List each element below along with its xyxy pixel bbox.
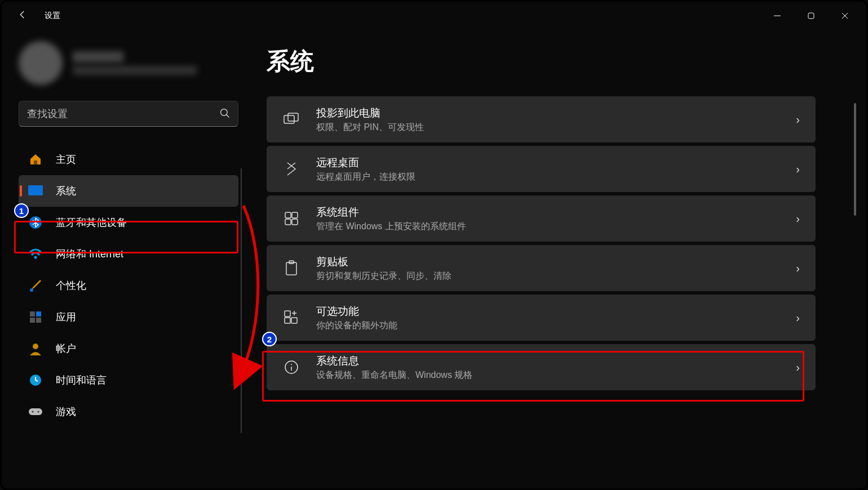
svg-point-19 (32, 411, 34, 413)
card-sub: 设备规格、重命名电脑、Windows 规格 (316, 369, 472, 381)
card-clipboard[interactable]: 剪贴板 剪切和复制历史记录、同步、清除 › (267, 245, 816, 291)
sidebar-item-network[interactable]: 网络和 Internet (19, 238, 238, 270)
svg-point-11 (30, 288, 33, 292)
sidebar-item-accounts[interactable]: 帐户 (19, 333, 238, 364)
chevron-right-icon: › (796, 212, 800, 225)
sidebar-item-apps[interactable]: 应用 (19, 301, 238, 333)
card-title: 投影到此电脑 (316, 106, 424, 121)
chevron-right-icon: › (796, 113, 800, 126)
sidebar-item-label: 蓝牙和其他设备 (56, 216, 127, 229)
wifi-icon (28, 246, 43, 262)
svg-rect-14 (30, 318, 35, 323)
card-title: 远程桌面 (316, 155, 415, 170)
svg-rect-1 (808, 13, 814, 19)
sidebar-item-time-language[interactable]: 时间和语言 (19, 364, 238, 396)
user-block[interactable] (19, 41, 244, 85)
sidebar-item-gaming[interactable]: 游戏 (19, 396, 238, 427)
card-sub: 权限、配对 PIN、可发现性 (316, 122, 424, 133)
gamepad-icon (28, 404, 43, 420)
svg-rect-6 (34, 161, 37, 164)
svg-rect-18 (29, 408, 42, 415)
close-button[interactable] (828, 5, 862, 27)
svg-rect-8 (33, 195, 38, 197)
apps-icon (28, 309, 43, 325)
svg-point-16 (33, 344, 38, 349)
chevron-right-icon: › (796, 311, 800, 324)
chevron-right-icon: › (796, 262, 800, 275)
main-scrollbar[interactable] (854, 103, 856, 216)
sidebar-item-label: 时间和语言 (56, 373, 107, 387)
card-title: 可选功能 (316, 304, 397, 319)
svg-rect-27 (286, 262, 296, 275)
sidebar-item-label: 个性化 (56, 279, 86, 292)
info-icon (282, 360, 300, 375)
brush-icon (28, 278, 43, 293)
chevron-right-icon: › (796, 361, 800, 374)
card-title: 系统信息 (316, 354, 472, 368)
card-title: 系统组件 (316, 205, 466, 220)
minimize-button[interactable] (760, 5, 794, 27)
sidebar-item-bluetooth[interactable]: 蓝牙和其他设备 (19, 207, 238, 238)
sidebar-item-label: 游戏 (56, 405, 76, 418)
svg-rect-21 (284, 115, 294, 123)
svg-rect-15 (36, 318, 41, 323)
home-icon (28, 152, 43, 167)
system-icon (28, 183, 43, 199)
card-sub: 你的设备的额外功能 (316, 320, 397, 332)
svg-rect-22 (288, 113, 298, 121)
window-controls (760, 5, 862, 27)
svg-point-10 (34, 256, 37, 259)
person-icon (28, 341, 43, 357)
svg-rect-26 (292, 219, 298, 225)
svg-rect-13 (36, 311, 41, 317)
card-remote-desktop[interactable]: 远程桌面 远程桌面用户，连接权限 › (267, 146, 816, 192)
components-icon (282, 211, 300, 226)
card-title: 剪贴板 (316, 255, 451, 269)
main: 系统 投影到此电脑 权限、配对 PIN、可发现性 › 远程桌面 远程桌面用户， (244, 30, 866, 488)
card-about[interactable]: 系统信息 设备规格、重命名电脑、Windows 规格 › (267, 344, 816, 390)
svg-line-5 (227, 115, 229, 118)
back-button[interactable] (17, 10, 28, 23)
svg-rect-30 (291, 318, 297, 323)
app-title: 设置 (45, 11, 60, 21)
sidebar-scrollbar[interactable] (241, 168, 242, 433)
sidebar-item-label: 应用 (56, 310, 76, 324)
bluetooth-icon (28, 215, 43, 230)
optional-features-icon (282, 310, 300, 326)
avatar (19, 41, 63, 85)
sidebar-item-personalization[interactable]: 个性化 (19, 270, 238, 301)
maximize-button[interactable] (794, 5, 828, 27)
project-icon (282, 113, 300, 126)
sidebar-item-label: 主页 (56, 153, 76, 166)
svg-rect-23 (285, 212, 291, 218)
user-text (73, 51, 197, 75)
active-indicator (20, 185, 22, 197)
remote-icon (282, 162, 300, 176)
svg-rect-31 (285, 311, 290, 317)
sidebar-item-system[interactable]: 系统 (19, 175, 238, 207)
search-icon (219, 108, 231, 121)
card-sub: 远程桌面用户，连接权限 (316, 171, 415, 183)
card-optional-features[interactable]: 可选功能 你的设备的额外功能 › (267, 295, 816, 341)
card-project-to-pc[interactable]: 投影到此电脑 权限、配对 PIN、可发现性 › (267, 96, 816, 142)
svg-rect-29 (285, 318, 290, 323)
sidebar-item-label: 网络和 Internet (56, 247, 123, 261)
page-title: 系统 (267, 46, 816, 77)
card-system-components[interactable]: 系统组件 管理在 Windows 上预安装的系统组件 › (267, 195, 816, 242)
sidebar-item-label: 系统 (56, 184, 76, 198)
sidebar-item-home[interactable]: 主页 (19, 144, 238, 175)
card-sub: 剪切和复制历史记录、同步、清除 (316, 270, 451, 282)
titlebar: 设置 (2, 2, 866, 30)
chevron-right-icon: › (796, 163, 800, 176)
svg-rect-24 (292, 212, 298, 218)
clock-icon (28, 372, 43, 388)
svg-point-20 (38, 411, 39, 413)
nav: 主页 系统 蓝牙和其他设备 网络和 Internet (19, 144, 244, 427)
settings-cards: 投影到此电脑 权限、配对 PIN、可发现性 › 远程桌面 远程桌面用户，连接权限… (267, 96, 816, 390)
svg-rect-25 (285, 219, 291, 225)
sidebar-item-label: 帐户 (56, 342, 76, 355)
search-wrap (19, 101, 238, 127)
svg-point-4 (221, 109, 228, 116)
search-input[interactable] (19, 101, 238, 127)
sidebar: 主页 系统 蓝牙和其他设备 网络和 Internet (2, 30, 244, 488)
